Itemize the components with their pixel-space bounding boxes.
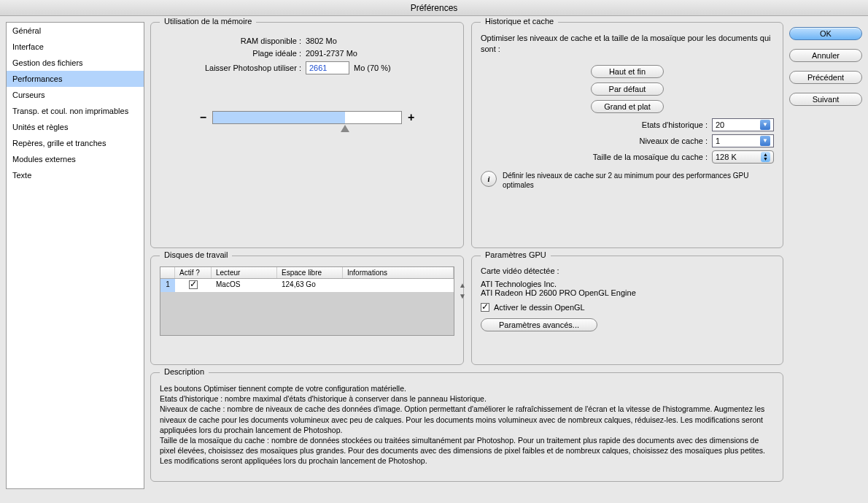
table-header-info[interactable]: Informations <box>343 267 454 278</box>
sidebar-item-curseurs[interactable]: Curseurs <box>7 87 144 103</box>
sidebar-item-g-n-ral[interactable]: Général <box>7 23 144 39</box>
slider-thumb-icon[interactable] <box>341 125 349 132</box>
previous-button[interactable]: Précédent <box>789 71 862 84</box>
advanced-settings-button[interactable]: Paramètres avancés... <box>481 318 597 331</box>
enable-opengl-checkbox[interactable] <box>481 303 489 312</box>
scratch-title: Disques de travail <box>160 250 232 259</box>
memory-group: Utilisation de la mémoire RAM disponible… <box>150 22 464 248</box>
cache-levels-combo[interactable]: 1 ▼ <box>712 134 774 147</box>
gpu-info-text: Définir les niveaux de cache sur 2 au mi… <box>503 171 774 190</box>
memory-slider[interactable] <box>212 111 402 124</box>
cache-tile-value: 128 K <box>716 153 737 161</box>
slider-minus[interactable]: − <box>200 111 206 124</box>
enable-opengl-label: Activer le dessin OpenGL <box>494 303 585 312</box>
ram-available-value: 3802 Mo <box>306 37 454 45</box>
description-title: Description <box>160 367 209 376</box>
history-states-label: Etats d'historique : <box>642 120 708 129</box>
ideal-range-label: Plage idéale : <box>160 49 306 58</box>
history-intro: Optimiser les niveaux de cache et la tai… <box>481 33 774 55</box>
table-header-free[interactable]: Espace libre <box>277 267 343 278</box>
move-up-icon[interactable]: ▲ <box>459 281 466 289</box>
ok-button[interactable]: OK <box>789 27 862 40</box>
ideal-range-value: 2091-2737 Mo <box>306 49 454 58</box>
tall-thin-button[interactable]: Haut et fin <box>591 65 664 78</box>
cancel-button[interactable]: Annuler <box>789 49 862 62</box>
memory-title: Utilisation de la mémoire <box>160 17 256 26</box>
description-text: Les boutons Optimiser tiennent compte de… <box>160 383 774 466</box>
description-group: Description Les boutons Optimiser tienne… <box>150 372 783 482</box>
window-title: Préférences <box>0 0 868 16</box>
row-number: 1 <box>160 279 175 292</box>
category-sidebar: GénéralInterfaceGestion des fichiersPerf… <box>6 22 144 489</box>
table-header-drive[interactable]: Lecteur <box>212 267 277 278</box>
stepper-arrows-icon: ▲▼ <box>761 152 770 162</box>
history-states-combo[interactable]: 20 ▼ <box>712 118 774 131</box>
table-row[interactable]: 1MacOS124,63 Go <box>160 279 454 292</box>
scratch-table: Actif ? Lecteur Espace libre Information… <box>160 266 454 336</box>
let-use-input[interactable] <box>306 61 349 74</box>
cache-levels-value: 1 <box>716 137 720 145</box>
info-cell <box>343 279 454 292</box>
cache-levels-label: Niveaux de cache : <box>639 137 708 145</box>
sidebar-item-modules-externes[interactable]: Modules externes <box>7 151 144 167</box>
slider-plus[interactable]: + <box>408 111 414 124</box>
big-flat-button[interactable]: Grand et plat <box>591 100 664 113</box>
sidebar-item-performances[interactable]: Performances <box>7 71 144 87</box>
cache-tile-stepper[interactable]: 128 K ▲▼ <box>712 150 774 164</box>
sidebar-item-gestion-des-fichiers[interactable]: Gestion des fichiers <box>7 55 144 71</box>
info-icon: i <box>481 171 497 187</box>
gpu-vendor: ATI Technologies Inc. <box>481 280 774 288</box>
drive-cell: MacOS <box>212 279 277 292</box>
move-down-icon[interactable]: ▼ <box>459 292 466 300</box>
sidebar-item-transp-et-coul-non-imprimables[interactable]: Transp. et coul. non imprimables <box>7 103 144 119</box>
sidebar-item-interface[interactable]: Interface <box>7 39 144 55</box>
gpu-detected-label: Carte vidéo détectée : <box>481 266 774 275</box>
gpu-title: Paramètres GPU <box>481 250 551 259</box>
let-use-suffix: Mo (70 %) <box>354 64 391 72</box>
sidebar-item-unit-s-et-r-gles[interactable]: Unités et règles <box>7 119 144 135</box>
history-title: Historique et cache <box>481 17 558 26</box>
next-button[interactable]: Suivant <box>789 93 862 106</box>
chevron-down-icon: ▼ <box>760 120 770 130</box>
table-header-active[interactable]: Actif ? <box>175 267 212 278</box>
ram-available-label: RAM disponible : <box>160 37 306 45</box>
let-use-label: Laisser Photoshop utiliser : <box>160 64 306 72</box>
chevron-down-icon: ▼ <box>760 136 770 146</box>
history-group: Historique et cache Optimiser les niveau… <box>471 22 783 248</box>
scratch-group: Disques de travail Actif ? Lecteur Espac… <box>150 256 464 365</box>
gpu-card: ATI Radeon HD 2600 PRO OpenGL Engine <box>481 288 774 297</box>
table-header-num <box>160 267 175 278</box>
default-button[interactable]: Par défaut <box>591 82 664 96</box>
sidebar-item-rep-res-grille-et-tranches[interactable]: Repères, grille et tranches <box>7 135 144 151</box>
free-cell: 124,63 Go <box>277 279 343 292</box>
gpu-group: Paramètres GPU Carte vidéo détectée : AT… <box>471 256 783 365</box>
cache-tile-label: Taille de la mosaïque du cache : <box>593 153 708 161</box>
active-checkbox[interactable] <box>189 280 198 289</box>
history-states-value: 20 <box>716 120 724 129</box>
sidebar-item-texte[interactable]: Texte <box>7 167 144 183</box>
